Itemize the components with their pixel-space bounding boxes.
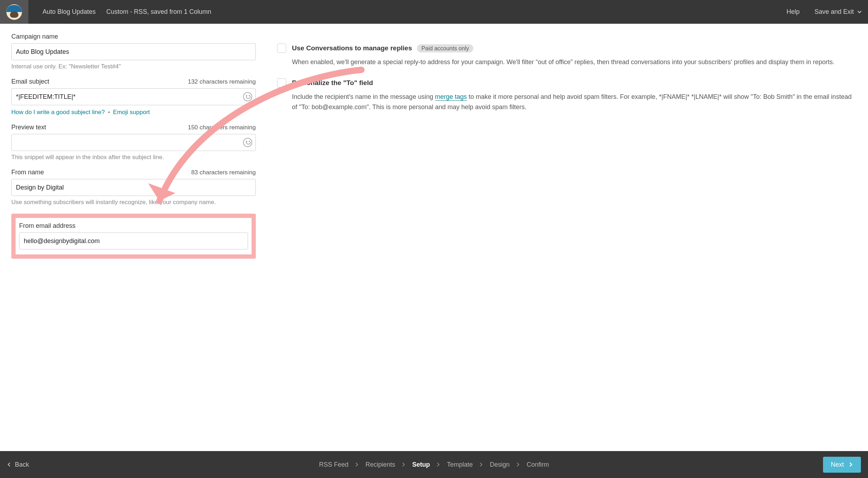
field-email-subject: Email subject 132 characters remaining H… [11, 78, 256, 116]
email-subject-label: Email subject [11, 78, 49, 85]
conversations-checkbox[interactable] [277, 44, 286, 53]
step-confirm[interactable]: Confirm [527, 461, 549, 468]
personalize-checkbox[interactable] [277, 78, 286, 88]
back-button[interactable]: Back [7, 461, 29, 468]
chevron-down-icon [857, 10, 862, 14]
campaign-name-helper: Internal use only. Ex: "Newsletter Test#… [11, 63, 256, 70]
paid-badge: Paid accounts only [417, 44, 473, 52]
help-link[interactable]: Help [787, 8, 800, 16]
step-recipients[interactable]: Recipients [365, 461, 395, 468]
wizard-steps: RSS Feed Recipients Setup Template Desig… [319, 461, 549, 468]
next-label: Next [831, 461, 844, 468]
chevron-left-icon [7, 462, 11, 467]
chevron-right-icon [401, 461, 406, 468]
from-email-label: From email address [19, 222, 75, 230]
step-setup[interactable]: Setup [412, 461, 430, 468]
campaign-title: Auto Blog Updates [43, 8, 96, 16]
personalize-desc-pre: Include the recipient's name in the mess… [292, 93, 435, 100]
separator-dot: • [108, 109, 110, 116]
from-email-input[interactable] [19, 232, 248, 249]
preview-text-helper: This snippet will appear in the inbox af… [11, 154, 256, 161]
form-column: Campaign name Internal use only. Ex: "Ne… [11, 33, 256, 437]
topbar: Auto Blog Updates Custom - RSS, saved fr… [0, 0, 868, 24]
back-label: Back [15, 461, 29, 468]
subject-line-help-link[interactable]: How do I write a good subject line? [11, 109, 105, 116]
main-content: Campaign name Internal use only. Ex: "Ne… [0, 24, 868, 451]
merge-tags-link[interactable]: merge tags [435, 93, 467, 101]
from-name-label: From name [11, 169, 44, 176]
chevron-right-icon [849, 462, 853, 467]
template-label: Custom - RSS, saved from 1 Column [106, 8, 211, 16]
chevron-right-icon [355, 461, 359, 468]
chevron-right-icon [516, 461, 520, 468]
emoji-icon[interactable] [243, 92, 252, 101]
annotation-highlight-box: From email address [11, 214, 256, 259]
preview-text-input[interactable] [11, 134, 256, 151]
field-preview-text: Preview text 150 characters remaining Th… [11, 124, 256, 161]
conversations-title: Use Conversations to manage replies [292, 44, 412, 52]
step-rss-feed[interactable]: RSS Feed [319, 461, 348, 468]
step-template[interactable]: Template [447, 461, 473, 468]
step-design[interactable]: Design [490, 461, 510, 468]
next-button[interactable]: Next [823, 457, 861, 473]
email-subject-remaining: 132 characters remaining [188, 78, 256, 85]
from-name-input[interactable] [11, 179, 256, 196]
save-exit-label: Save and Exit [815, 8, 854, 16]
option-conversations: Use Conversations to manage replies Paid… [277, 44, 857, 68]
chevron-right-icon [479, 461, 484, 468]
preview-text-remaining: 150 characters remaining [188, 124, 256, 131]
personalize-desc: Include the recipient's name in the mess… [277, 92, 857, 113]
from-name-helper: Use something subscribers will instantly… [11, 199, 256, 206]
from-name-remaining: 83 characters remaining [191, 169, 256, 176]
logo[interactable] [0, 0, 28, 24]
field-from-name: From name 83 characters remaining Use so… [11, 169, 256, 206]
save-exit-button[interactable]: Save and Exit [815, 8, 862, 16]
emoji-icon[interactable] [243, 138, 252, 147]
options-column: Use Conversations to manage replies Paid… [277, 33, 857, 437]
conversations-desc: When enabled, we'll generate a special r… [277, 57, 857, 68]
field-from-email: From email address [19, 222, 248, 249]
personalize-title: Personalize the "To" field [292, 79, 373, 87]
campaign-name-label: Campaign name [11, 33, 58, 40]
emoji-support-link[interactable]: Emoji support [113, 109, 150, 116]
option-personalize: Personalize the "To" field Include the r… [277, 78, 857, 113]
field-campaign-name: Campaign name Internal use only. Ex: "Ne… [11, 33, 256, 70]
chevron-right-icon [436, 461, 441, 468]
email-subject-input[interactable] [11, 88, 256, 105]
bottombar: Back RSS Feed Recipients Setup Template … [0, 451, 868, 478]
preview-text-label: Preview text [11, 124, 46, 131]
campaign-name-input[interactable] [11, 43, 256, 60]
